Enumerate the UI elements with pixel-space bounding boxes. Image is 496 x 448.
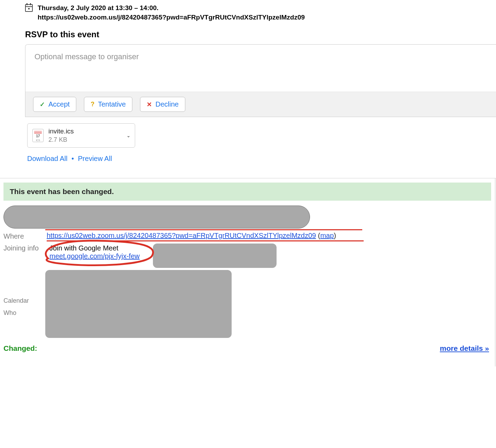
accept-button[interactable]: ✓ Accept xyxy=(33,97,76,112)
check-icon: ✓ xyxy=(40,101,45,108)
changed-banner: This event has been changed. xyxy=(3,183,491,201)
preview-all-link[interactable]: Preview All xyxy=(78,155,112,162)
redacted-joining-extra xyxy=(153,244,277,268)
calendar-icon xyxy=(25,4,33,12)
decline-button[interactable]: ✕ Decline xyxy=(140,97,185,112)
separator-dot: • xyxy=(71,155,74,162)
redacted-title xyxy=(3,206,310,229)
calendar-label: Calendar xyxy=(3,296,29,304)
decline-label: Decline xyxy=(155,100,179,108)
annotation-underline-top xyxy=(45,229,362,230)
rsvp-message-input[interactable] xyxy=(25,45,496,90)
ics-file-icon: ICS xyxy=(32,129,44,142)
download-all-link[interactable]: Download All xyxy=(27,155,68,162)
attachment-invite-ics[interactable]: ICS invite.ics 2.7 KB ⌄ xyxy=(27,123,135,148)
chevron-down-icon: ⌄ xyxy=(126,133,131,138)
attachment-name: invite.ics xyxy=(48,127,74,136)
accept-label: Accept xyxy=(48,100,70,108)
event-header-text: Thursday, 2 July 2020 at 13:30 – 14:00. … xyxy=(38,3,305,22)
question-icon: ? xyxy=(91,101,94,108)
google-meet-link[interactable]: meet.google.com/pjx-fyjx-few xyxy=(49,252,140,260)
map-link[interactable]: map xyxy=(320,232,334,239)
where-label: Where xyxy=(3,232,45,240)
changed-label: Changed: xyxy=(3,344,37,353)
rsvp-heading: RSVP to this event xyxy=(0,22,496,44)
rsvp-message-box: ✓ Accept ? Tentative ✕ Decline xyxy=(25,44,496,117)
x-icon: ✕ xyxy=(147,101,152,108)
tentative-label: Tentative xyxy=(98,100,126,108)
rsvp-button-bar: ✓ Accept ? Tentative ✕ Decline xyxy=(25,92,496,117)
more-details-link[interactable]: more details » xyxy=(440,344,489,353)
who-label: Who xyxy=(3,309,29,317)
annotation-underline-bottom xyxy=(47,240,364,241)
join-with-google-meet: Join with Google Meet xyxy=(49,244,140,252)
event-date: Thursday, 2 July 2020 at 13:30 – 14:00. xyxy=(38,4,158,11)
tentative-button[interactable]: ? Tentative xyxy=(84,97,132,112)
event-location: https://us02web.zoom.us/j/82420487365?pw… xyxy=(38,14,305,21)
attachment-size: 2.7 KB xyxy=(48,136,74,144)
where-zoom-link[interactable]: https://us02web.zoom.us/j/82420487365?pw… xyxy=(47,232,316,239)
redacted-calendar-who xyxy=(45,270,232,338)
joining-info-label: Joining info xyxy=(3,244,45,252)
email-body: This event has been changed. Where https… xyxy=(0,178,496,366)
